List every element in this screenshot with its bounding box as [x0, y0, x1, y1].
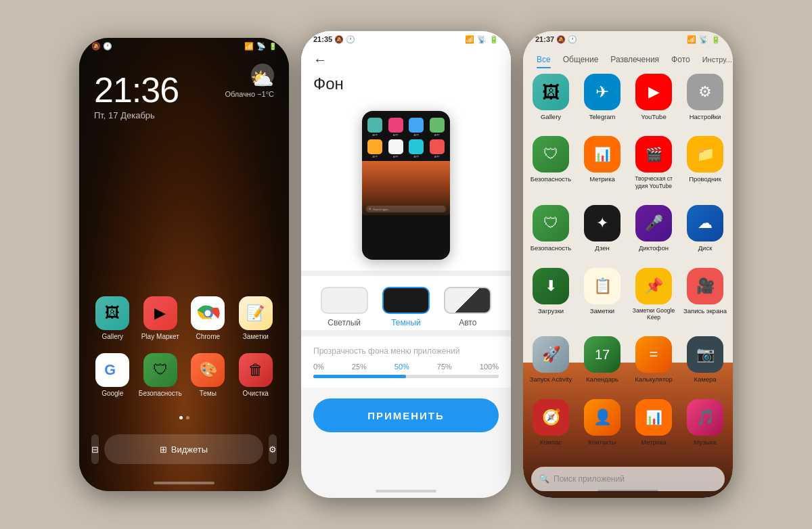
app-clean[interactable]: 🗑 Очистка [235, 353, 277, 398]
status-time-1: 🔕 🕐 [91, 42, 112, 51]
icon3-youtube: ▶ [635, 74, 672, 110]
icon3-metrika2: 📊 [635, 399, 672, 436]
label3-explorer: Проводник [689, 175, 721, 183]
marker-75: 75% [437, 363, 452, 371]
app3-explorer[interactable]: 📁 Проводник [681, 136, 729, 201]
app3-dzen[interactable]: ✦ Дзен [579, 205, 626, 263]
back-button[interactable]: ← [313, 52, 327, 68]
app-label-google: Google [102, 390, 123, 398]
app3-security1[interactable]: 🛡 Безопасность [527, 136, 574, 201]
app-themes[interactable]: 🎨 Темы [187, 353, 229, 398]
marker-25: 25% [352, 363, 367, 371]
app3-music[interactable]: 🎵 Музыка [681, 399, 729, 457]
app3-youtube[interactable]: ▶ YouTube [630, 74, 677, 132]
app-icon-gallery: 🖼 [95, 296, 129, 330]
phone-2: 21:35 🔕 🕐 📶 📡 🔋 ← Фон APP APP APP APP AP… [301, 31, 511, 498]
app3-ytcreate[interactable]: 🎬 Творческая ст удия YouTube [630, 136, 677, 201]
label3-notesapp: Заметки [590, 307, 614, 315]
app-icon-google: G G [95, 353, 129, 387]
icon3-launch: 🚀 [533, 336, 569, 373]
app3-disk[interactable]: ☁ Диск [681, 205, 729, 263]
dot-2 [186, 416, 189, 419]
app3-notesapp[interactable]: 📋 Заметки [579, 268, 626, 333]
theme-label-light: Светлый [328, 318, 361, 327]
svg-text:G: G [105, 361, 116, 378]
icon3-dictaphone: 🎤 [635, 205, 672, 242]
app-gallery[interactable]: 🖼 Gallery [91, 296, 133, 341]
tab-entertainment[interactable]: Развлечения [605, 52, 664, 67]
label3-security2: Безопасность [531, 244, 572, 252]
status-bar-2: 21:35 🔕 🕐 📶 📡 🔋 [301, 31, 511, 45]
app-playmarket[interactable]: ▶ Play Маркет [139, 296, 181, 341]
icon3-gallery: 🖼 [533, 74, 569, 110]
theme-light[interactable]: Светлый [321, 287, 368, 327]
app3-calculator[interactable]: = Калькулятор [630, 336, 677, 394]
icon3-ytcreate: 🎬 [635, 136, 672, 172]
app3-settings[interactable]: ⚙ Настройки [681, 74, 729, 132]
app3-security2[interactable]: 🛡 Безопасность [527, 205, 574, 263]
app3-calendar[interactable]: 17 Календарь [579, 336, 626, 394]
app-label-themes: Темы [200, 390, 217, 398]
app3-telegram[interactable]: ✈ Telegram [579, 74, 626, 132]
icon3-disk: ☁ [687, 205, 723, 242]
tab-photo[interactable]: Фото [666, 52, 696, 67]
app3-gallery[interactable]: 🖼 Gallery [527, 74, 574, 132]
label3-ytcreate: Творческая ст удия YouTube [630, 175, 677, 189]
title-section: Фон [301, 74, 511, 100]
transparency-section: Прозрачность фона меню приложений 0% 25%… [301, 337, 511, 388]
check-button[interactable]: ✓ [251, 64, 274, 87]
theme-options: Светлый Темный Авто [301, 276, 511, 330]
app3-gkeep[interactable]: 📌 Заметки Google Keep [630, 268, 677, 333]
search-placeholder: Поиск приложений [554, 474, 625, 484]
app3-metrika2[interactable]: 📊 Метрика [630, 399, 677, 457]
settings-button[interactable]: ⚙ [269, 434, 277, 464]
label3-launch: Запуск Activity [530, 375, 572, 384]
tab-tools[interactable]: Инстру... [697, 53, 733, 66]
app-notes[interactable]: 📝 Заметки [235, 296, 277, 341]
preview-phone: APP APP APP APP APP APP APP APP 🔍 Search… [362, 111, 450, 260]
page-title: Фон [313, 74, 344, 93]
label3-metrika2: Метрика [641, 438, 667, 446]
app3-launch[interactable]: 🚀 Запуск Activity [527, 336, 574, 394]
app3-downloads[interactable]: ⬇ Загрузки [527, 268, 574, 333]
label3-dzen: Дзен [595, 244, 610, 252]
label3-dictaphone: Диктофон [639, 244, 669, 252]
theme-label-dark: Темный [391, 318, 421, 327]
app-row-1: 🖼 Gallery ▶ Play Маркет [89, 296, 279, 341]
icon3-compass: 🧭 [533, 399, 569, 436]
label3-calendar: Календарь [586, 375, 618, 384]
app3-metrika1[interactable]: 📊 Метрика [579, 136, 626, 201]
apply-button[interactable]: ПРИМЕНИТЬ [313, 398, 499, 432]
app-category-tabs: Все Общение Развлечения Фото Инстру... ≡ [523, 45, 733, 68]
app-label-chrome: Chrome [196, 333, 220, 341]
app3-compass[interactable]: 🧭 Компас [527, 399, 574, 457]
bottom-bar: ⊟ ⊞ Виджеты ⚙ [91, 434, 277, 464]
preview-wallpaper: 🔍 Search apps... [362, 161, 450, 215]
app3-contacts[interactable]: 👤 Контакты [579, 399, 626, 457]
app-security[interactable]: 🛡 Безопасность [139, 353, 181, 398]
phone-1: 🔕 🕐 📶 📡 🔋 21:36 Пт, 17 Декабрь ⛅ Облачно… [79, 38, 289, 491]
tab-all[interactable]: Все [531, 52, 556, 67]
app-label-gallery: Gallery [102, 333, 123, 341]
label3-gkeep: Заметки Google Keep [630, 307, 677, 321]
widgets-button[interactable]: ⊞ Виджеты [104, 434, 263, 464]
app3-camera[interactable]: 📷 Камера [681, 336, 729, 394]
app3-dictaphone[interactable]: 🎤 Диктофон [630, 205, 677, 263]
label3-compass: Компас [540, 438, 562, 446]
transparency-slider[interactable] [313, 375, 499, 378]
app3-recscreen[interactable]: 🎥 Запись экрана [681, 268, 729, 333]
icon3-music: 🎵 [687, 399, 723, 436]
app-google[interactable]: G G Google [91, 353, 133, 398]
wallpaper-preview: APP APP APP APP APP APP APP APP 🔍 Search… [301, 100, 511, 271]
label3-music: Музыка [694, 438, 717, 446]
app-chrome[interactable]: Chrome [187, 296, 229, 341]
app-label-playmarket: Play Маркет [141, 333, 179, 341]
tab-communication[interactable]: Общение [558, 52, 604, 67]
recent-apps-button[interactable]: ⊟ [91, 434, 99, 464]
status-time-3: 21:37 🔕 🕐 [535, 35, 577, 44]
theme-auto[interactable]: Авто [444, 287, 491, 327]
status-icons-2: 📶 📡 🔋 [465, 35, 499, 44]
theme-dark[interactable]: Темный [382, 287, 430, 327]
app-search[interactable]: 🔍 Поиск приложений [531, 467, 725, 491]
status-bar-3: 21:37 🔕 🕐 📶 📡 🔋 [523, 31, 733, 45]
